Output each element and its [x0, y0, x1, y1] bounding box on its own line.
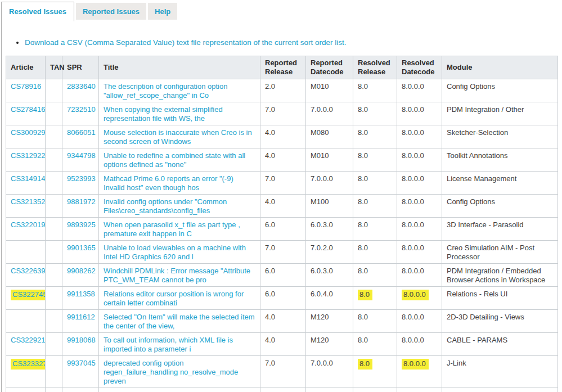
- spr-link[interactable]: 9901365: [67, 244, 96, 252]
- title-link[interactable]: Selected "On Item" will make the selecte…: [104, 313, 255, 330]
- title-link[interactable]: When copying the external simplified rep…: [104, 105, 223, 123]
- article-link[interactable]: CS322745: [11, 290, 46, 299]
- cell-tan: [46, 125, 62, 148]
- spr-link[interactable]: 2833640: [67, 82, 96, 91]
- article-link[interactable]: CS322019: [11, 220, 45, 229]
- article-link[interactable]: CS314914: [11, 174, 45, 183]
- article-link[interactable]: CS323327: [11, 359, 46, 368]
- spr-link[interactable]: 9937045: [67, 359, 96, 367]
- cell-text: CS321352: [11, 197, 45, 206]
- article-link[interactable]: CS321352: [11, 197, 45, 206]
- cell-text: M120: [311, 313, 329, 321]
- spr-link[interactable]: 9893925: [67, 220, 96, 229]
- article-link[interactable]: CS278416: [11, 105, 45, 114]
- cell-tan: [46, 102, 62, 125]
- cell-resolved-datecode: 8.0.0.0: [397, 310, 442, 333]
- column-header-article[interactable]: Article: [6, 56, 46, 79]
- cell-text: PDM Integration / Other: [447, 105, 524, 114]
- cell-resolved-datecode: 8.0.0.0: [397, 172, 442, 195]
- cell-text: 8.0: [358, 244, 368, 252]
- article-link[interactable]: CS312922: [11, 151, 45, 160]
- cell-text: 8.0.0.0: [402, 313, 424, 321]
- column-header-resolved-release[interactable]: Resolved Release: [353, 56, 397, 79]
- cell-reported-datecode: M120: [306, 310, 353, 333]
- title-link[interactable]: Invalid config options under "Common Fil…: [104, 197, 227, 215]
- title-link[interactable]: Windchill PDMLink : Error message "Attri…: [104, 267, 250, 284]
- table-row: CS3229219918068To call out information, …: [6, 333, 558, 356]
- spr-link[interactable]: 8066051: [67, 128, 96, 137]
- cell-article: [6, 310, 46, 333]
- cell-resolved-datecode: 8.0.0.0: [397, 241, 442, 264]
- title-link[interactable]: Relations editor cursor position is wron…: [104, 290, 244, 307]
- column-header-spr[interactable]: SPR: [62, 56, 99, 79]
- cell-text: 8.0: [358, 313, 368, 321]
- cell-resolved-release: 8.0: [353, 148, 397, 172]
- title-link[interactable]: Mouse selection is inaccurate when Creo …: [104, 128, 252, 146]
- cell-module: Config Options: [442, 79, 558, 102]
- title-link[interactable]: deprecated config option regen_failure_h…: [104, 359, 238, 385]
- cell-text: 9937045: [67, 359, 96, 367]
- title-link[interactable]: The description of configuration option …: [104, 82, 227, 100]
- cell-text: 8.0: [358, 105, 368, 114]
- title-link[interactable]: Unable to redefine a combined state with…: [104, 151, 245, 169]
- cell-module: J-Link: [442, 356, 558, 388]
- cell-reported-datecode: 6.0.4.0: [306, 287, 353, 310]
- column-header-module[interactable]: Module: [442, 56, 558, 79]
- cell-text: 6.0: [265, 267, 275, 275]
- cell-module: Config Options: [442, 195, 558, 218]
- cell-module: 2D-3D Detailing - Views: [442, 310, 558, 333]
- download-csv-link[interactable]: Download a CSV (Comma Separated Value) t…: [25, 38, 347, 47]
- cell-spr: 7232510: [62, 102, 99, 125]
- cell-module: Toolkit Annotations: [442, 148, 558, 172]
- article-link[interactable]: CS322639: [11, 267, 45, 275]
- tab-help[interactable]: Help: [148, 3, 177, 20]
- cell-reported-release: 4.0: [260, 310, 306, 333]
- column-header-resolved-datecode[interactable]: Resolved Datecode: [397, 56, 442, 79]
- spr-link[interactable]: 9918068: [67, 336, 96, 344]
- cell-module: 3D Interface - Parasolid: [442, 218, 558, 241]
- article-link[interactable]: CS322921: [11, 336, 45, 344]
- cell-module: Sketcher-Selection: [442, 125, 558, 148]
- cell-resolved-datecode: 8.0.0.0: [397, 356, 442, 388]
- spr-link[interactable]: 9908262: [67, 267, 96, 275]
- column-header-title[interactable]: Title: [99, 56, 260, 79]
- title-link[interactable]: To call out information, which XML file …: [104, 336, 233, 353]
- cell-reported-release: 6.0: [260, 218, 306, 241]
- cell-text: Config Options: [447, 82, 495, 91]
- cell-resolved-datecode: 8.0.0.0: [397, 195, 442, 218]
- cell-module: PDM Integration / Embedded Browser Actio…: [442, 264, 558, 287]
- column-header-reported-release[interactable]: Reported Release: [260, 56, 306, 79]
- title-link[interactable]: Unable to load viewables on a machine wi…: [104, 244, 246, 261]
- cell-tan: [46, 310, 62, 333]
- tab-resolved-issues[interactable]: Resolved Issues: [2, 2, 74, 21]
- column-header-reported-datecode[interactable]: Reported Datecode: [306, 56, 353, 79]
- spr-link[interactable]: 9344798: [67, 151, 96, 160]
- article-link[interactable]: CS78916: [11, 82, 41, 91]
- cell-tan: [46, 287, 62, 310]
- tab-reported-issues[interactable]: Reported Issues: [76, 3, 146, 20]
- spr-link[interactable]: 9523993: [67, 174, 96, 183]
- cell-text: 2833640: [67, 82, 96, 91]
- table-row: CS2784167232510When copying the external…: [6, 102, 558, 125]
- cell-text: 4.0: [265, 197, 275, 206]
- cell-module: PDM Integration / Other: [442, 102, 558, 125]
- table-row: CS3227459911358Relations editor cursor p…: [6, 287, 558, 310]
- cell-text: 7.0: [265, 174, 275, 183]
- cell-text: M080: [311, 128, 329, 137]
- cell-tan: [46, 264, 62, 287]
- title-link[interactable]: When open parasolid x_t file as part typ…: [104, 220, 240, 238]
- title-link[interactable]: Mathcad Prime 6.0 reports an error "(-9)…: [104, 174, 233, 192]
- cell-text: 2.0: [265, 82, 275, 91]
- cell-text: 8066051: [67, 128, 96, 137]
- spr-link[interactable]: 7232510: [67, 105, 96, 114]
- table-row: CS3220199893925When open parasolid x_t f…: [6, 218, 558, 241]
- spr-link[interactable]: 9911358: [67, 290, 95, 298]
- spr-link[interactable]: 9881972: [67, 197, 96, 206]
- cell-module: CABLE - PARAMS: [442, 333, 558, 356]
- spr-link[interactable]: 9911612: [67, 313, 95, 321]
- column-header-tan[interactable]: TAN: [46, 56, 62, 79]
- cell-resolved-datecode: 8.0.0.0: [397, 287, 442, 310]
- article-link[interactable]: CS300929: [11, 128, 45, 137]
- cell-spr: 9881972: [62, 195, 99, 218]
- cell-module: License Management: [442, 172, 558, 195]
